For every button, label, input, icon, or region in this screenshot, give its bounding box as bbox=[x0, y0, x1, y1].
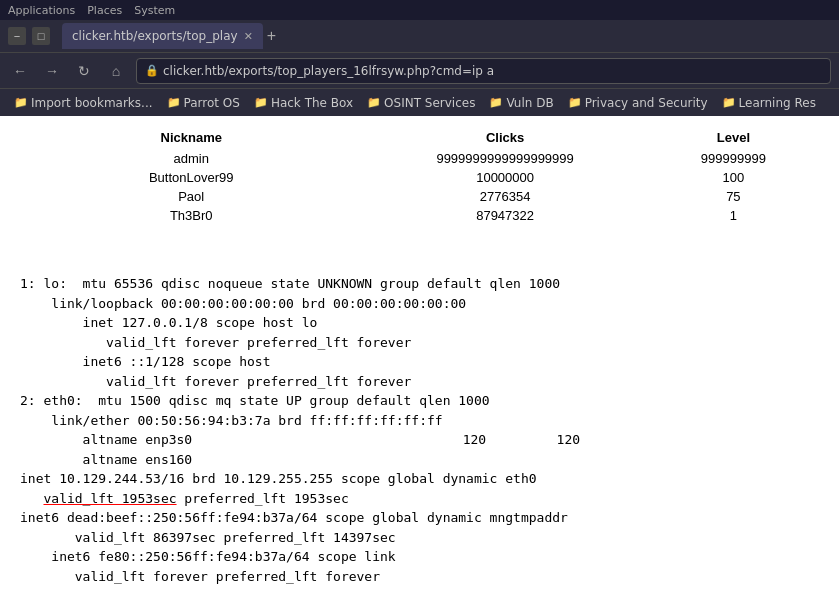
cell-level: 1 bbox=[648, 206, 819, 225]
bookmark-osint-icon: 📁 bbox=[367, 96, 381, 109]
cmd-line: 1: lo: mtu 65536 qdisc noqueue state UNK… bbox=[20, 274, 819, 294]
header-level: Level bbox=[648, 126, 819, 149]
bookmark-osint[interactable]: 📁 OSINT Services bbox=[361, 94, 481, 112]
bookmark-htb-icon: 📁 bbox=[254, 96, 268, 109]
cell-clicks: 10000000 bbox=[362, 168, 647, 187]
cmd-line: valid_lft forever preferred_lft forever bbox=[20, 333, 819, 353]
navigation-bar: ← → ↻ ⌂ 🔒 clicker.htb/exports/top_player… bbox=[0, 52, 839, 88]
tab-bar: clicker.htb/exports/top_play ✕ + bbox=[62, 23, 831, 49]
table-row: ButtonLover99 10000000 100 bbox=[20, 168, 819, 187]
cell-level: 100 bbox=[648, 168, 819, 187]
bookmark-privacy-icon: 📁 bbox=[568, 96, 582, 109]
cmd-line: altname ens160 bbox=[20, 450, 819, 470]
bookmark-learning-label: Learning Res bbox=[739, 96, 816, 110]
cell-nickname: ButtonLover99 bbox=[20, 168, 362, 187]
refresh-button[interactable]: ↻ bbox=[72, 59, 96, 83]
cmd-line: valid_lft forever preferred_lft forever bbox=[20, 372, 819, 392]
cell-level: 75 bbox=[648, 187, 819, 206]
address-domain: clicker.htb bbox=[163, 64, 224, 78]
cmd-line: 2: eth0: mtu 1500 qdisc mq state UP grou… bbox=[20, 391, 819, 411]
players-table: Nickname Clicks Level admin 999999999999… bbox=[20, 126, 819, 225]
topbar-system[interactable]: System bbox=[134, 4, 175, 17]
address-bar[interactable]: 🔒 clicker.htb/exports/top_players_16lfrs… bbox=[136, 58, 831, 84]
forward-button[interactable]: → bbox=[40, 59, 64, 83]
bookmark-htb-label: Hack The Box bbox=[271, 96, 353, 110]
header-clicks: Clicks bbox=[362, 126, 647, 149]
bookmark-import[interactable]: 📁 Import bookmarks... bbox=[8, 94, 159, 112]
bookmark-htb[interactable]: 📁 Hack The Box bbox=[248, 94, 359, 112]
cell-level: 999999999 bbox=[648, 149, 819, 168]
window-controls: − □ bbox=[8, 27, 50, 45]
bookmark-parrot-icon: 📁 bbox=[167, 96, 181, 109]
cmd-line: link/ether 00:50:56:94:b3:7a brd ff:ff:f… bbox=[20, 411, 819, 431]
bookmark-import-label: Import bookmarks... bbox=[31, 96, 153, 110]
bookmarks-bar: 📁 Import bookmarks... 📁 Parrot OS 📁 Hack… bbox=[0, 88, 839, 116]
new-tab-button[interactable]: + bbox=[267, 27, 276, 45]
cmd-line: inet 10.129.244.53/16 brd 10.129.255.255… bbox=[20, 469, 819, 489]
tab-title: clicker.htb/exports/top_play bbox=[72, 29, 238, 43]
bookmark-import-icon: 📁 bbox=[14, 96, 28, 109]
bookmark-parrot-label: Parrot OS bbox=[184, 96, 240, 110]
address-path: /exports/top_players_16lfrsyw.php?cmd=ip… bbox=[224, 64, 494, 78]
home-button[interactable]: ⌂ bbox=[104, 59, 128, 83]
bookmark-parrot[interactable]: 📁 Parrot OS bbox=[161, 94, 246, 112]
address-text: clicker.htb/exports/top_players_16lfrsyw… bbox=[163, 64, 494, 78]
lock-icon: 🔒 bbox=[145, 64, 159, 77]
table-row: Paol 2776354 75 bbox=[20, 187, 819, 206]
cell-nickname: admin bbox=[20, 149, 362, 168]
cmd-line: inet 127.0.0.1/8 scope host lo bbox=[20, 313, 819, 333]
bookmark-privacy[interactable]: 📁 Privacy and Security bbox=[562, 94, 714, 112]
cmd-line: inet6 fe80::250:56ff:fe94:b37a/64 scope … bbox=[20, 547, 819, 567]
system-topbar: Applications Places System bbox=[0, 0, 839, 20]
bookmark-privacy-label: Privacy and Security bbox=[585, 96, 708, 110]
cmd-line: link/loopback 00:00:00:00:00:00 brd 00:0… bbox=[20, 294, 819, 314]
cmd-line: valid_lft 1953sec preferred_lft 1953sec bbox=[20, 489, 819, 509]
cmd-line: valid_lft 86397sec preferred_lft 14397se… bbox=[20, 528, 819, 548]
bookmark-learning-icon: 📁 bbox=[722, 96, 736, 109]
cell-clicks: 9999999999999999999 bbox=[362, 149, 647, 168]
cmd-line: altname enp3s0 120 120 bbox=[20, 430, 819, 450]
title-bar: − □ clicker.htb/exports/top_play ✕ + bbox=[0, 20, 839, 52]
cell-nickname: Paol bbox=[20, 187, 362, 206]
browser-tab[interactable]: clicker.htb/exports/top_play ✕ bbox=[62, 23, 263, 49]
bookmark-vulndb-icon: 📁 bbox=[489, 96, 503, 109]
cell-nickname: Th3Br0 bbox=[20, 206, 362, 225]
underlined-text: valid_lft 1953sec bbox=[43, 491, 176, 506]
bookmark-osint-label: OSINT Services bbox=[384, 96, 475, 110]
minimize-button[interactable]: − bbox=[8, 27, 26, 45]
header-nickname: Nickname bbox=[20, 126, 362, 149]
page-content: Nickname Clicks Level admin 999999999999… bbox=[0, 116, 839, 598]
back-button[interactable]: ← bbox=[8, 59, 32, 83]
bookmark-learning[interactable]: 📁 Learning Res bbox=[716, 94, 822, 112]
maximize-button[interactable]: □ bbox=[32, 27, 50, 45]
bookmark-vulndb-label: Vuln DB bbox=[506, 96, 553, 110]
cmd-line: inet6 ::1/128 scope host bbox=[20, 352, 819, 372]
table-row: Th3Br0 87947322 1 bbox=[20, 206, 819, 225]
cmd-line: inet6 dead:beef::250:56ff:fe94:b37a/64 s… bbox=[20, 508, 819, 528]
table-row: admin 9999999999999999999 999999999 bbox=[20, 149, 819, 168]
bookmark-vulndb[interactable]: 📁 Vuln DB bbox=[483, 94, 559, 112]
cmd-line: valid_lft forever preferred_lft forever bbox=[20, 567, 819, 587]
cell-clicks: 2776354 bbox=[362, 187, 647, 206]
command-output: 1: lo: mtu 65536 qdisc noqueue state UNK… bbox=[20, 235, 819, 586]
tab-close-button[interactable]: ✕ bbox=[244, 30, 253, 43]
topbar-applications[interactable]: Applications bbox=[8, 4, 75, 17]
topbar-places[interactable]: Places bbox=[87, 4, 122, 17]
cell-clicks: 87947322 bbox=[362, 206, 647, 225]
